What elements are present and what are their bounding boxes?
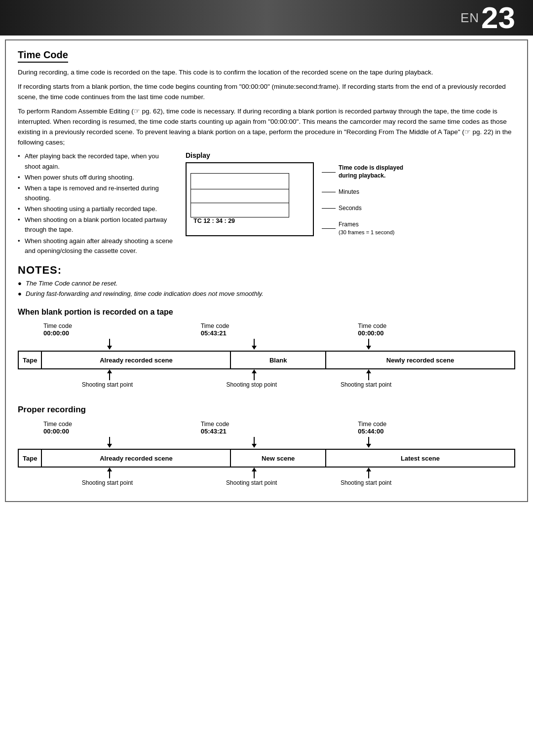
list-item: When shooting on a blank portion located… [18, 215, 176, 235]
main-content: Time Code During recording, a time code … [5, 39, 528, 502]
display-h-line2 [190, 203, 289, 203]
bullet-column: After playing back the recorded tape, wh… [18, 151, 176, 256]
annot-dash [322, 172, 336, 173]
proper-label-2: Shooting start point [226, 479, 277, 486]
annot-dash [322, 228, 336, 229]
page-number: 23 [481, 2, 515, 33]
bullet-list: After playing back the recorded tape, wh… [18, 151, 176, 255]
proper-arrows-below [18, 468, 515, 479]
blank-diagram-section: When blank portion is recorded on a tape… [18, 308, 515, 391]
para3: To perform Random Assemble Editing (☞ pg… [18, 107, 515, 148]
blank-arrow-up-1 [107, 369, 112, 380]
page-header: EN 23 [0, 0, 533, 36]
proper-tape-segment-2: New scene [231, 450, 326, 467]
annot-dash [322, 192, 336, 192]
arrow-head-up [366, 369, 371, 373]
proper-labels-below: Shooting start point Shooting start poin… [18, 479, 515, 489]
arrow-head [107, 346, 112, 350]
blank-tc-label-1: Time code 00:00:00 [43, 323, 201, 337]
blank-arrow-down-1 [107, 339, 112, 350]
blank-diagram-title: When blank portion is recorded on a tape [18, 308, 515, 317]
blank-arrow-down-2 [252, 339, 257, 350]
blank-labels-below: Shooting start point Shooting stop point… [18, 381, 515, 391]
tc-display-text: TC 12 : 34 : 29 [193, 217, 235, 224]
display-wrapper: TC 12 : 34 : 29 Time code is displayed d… [186, 162, 515, 236]
list-item: When shooting again after already shooti… [18, 236, 176, 256]
arrow-head-up [107, 369, 112, 373]
proper-label-3: Shooting start point [341, 479, 391, 486]
tape-label: Tape [19, 450, 42, 467]
proper-arrow-down-2 [252, 437, 257, 448]
list-item: After playing back the recorded tape, wh… [18, 151, 176, 171]
annot-row-1: Time code is displayed during playback. [322, 164, 403, 180]
blank-arrows-below [18, 369, 515, 381]
blank-arrow-down-3 [366, 339, 371, 350]
blank-arrow-up-2 [252, 369, 257, 380]
annot-label-4: Frames (30 frames = 1 second) [339, 221, 394, 236]
annot-label-2: Minutes [339, 188, 359, 196]
proper-tc-label-1: Time code 00:00:00 [43, 421, 201, 435]
notes-title: NOTES: [18, 264, 515, 277]
arrow-head [252, 346, 257, 350]
blank-arrows-above [18, 339, 515, 351]
proper-arrow-down-1 [107, 437, 112, 448]
annot-dash [322, 208, 336, 209]
annot-label-3: Seconds [339, 205, 362, 213]
proper-arrows-above [18, 437, 515, 449]
proper-tape-visual: Tape Already recorded scene New scene La… [18, 437, 515, 489]
annot-row-4: Frames (30 frames = 1 second) [322, 221, 403, 236]
proper-tape-bar: Tape Already recorded scene New scene La… [18, 449, 515, 468]
tape-segment-1: Already recorded scene [42, 352, 231, 368]
blank-tc-labels-row: Time code 00:00:00 Time code 05:43:21 Ti… [18, 323, 515, 337]
tape-segment-2: Blank [231, 352, 326, 368]
proper-label-1: Shooting start point [82, 479, 133, 486]
notes-section: NOTES: The Time Code cannot be reset. Du… [18, 264, 515, 299]
proper-tc-label-2: Time code 05:43:21 [201, 421, 358, 435]
proper-diagram-section: Proper recording Time code 00:00:00 Time… [18, 405, 515, 489]
blank-label-1: Shooting start point [82, 381, 133, 388]
display-h-line1 [190, 189, 289, 189]
time-code-title: Time Code [18, 49, 68, 63]
en-label: EN [460, 10, 479, 26]
proper-arrow-up-3 [366, 468, 371, 478]
para1: During recording, a time code is recorde… [18, 68, 515, 78]
proper-diagram-title: Proper recording [18, 405, 515, 415]
proper-tape-segment-3: Latest scene [326, 450, 514, 467]
list-item: When shooting using a partially recorded… [18, 204, 176, 214]
list-item: When a tape is removed and re-inserted d… [18, 183, 176, 203]
annot-row-2: Minutes [322, 188, 403, 196]
blank-tc-label-2: Time code 05:43:21 [201, 323, 358, 337]
arrow-shaft [109, 339, 110, 346]
tape-segment-3: Newly recorded scene [326, 352, 514, 368]
notes-item-1: The Time Code cannot be reset. [18, 279, 515, 289]
annot-row-3: Seconds [322, 205, 403, 213]
annotations-wrapper: Time code is displayed during playback. … [322, 162, 403, 236]
arrow-head [366, 346, 371, 350]
blank-tc-label-3: Time code 00:00:00 [358, 323, 515, 337]
display-diagram-column: Display TC 12 : 34 : 29 [186, 151, 515, 236]
display-screen: TC 12 : 34 : 29 [186, 162, 314, 236]
arrow-shaft [254, 373, 255, 380]
blank-label-2: Shooting stop point [226, 381, 277, 388]
proper-arrow-down-3 [366, 437, 371, 448]
arrow-shaft [368, 339, 369, 346]
annot-label-1: Time code is displayed during playback. [339, 164, 403, 180]
para2: If recording starts from a blank portion… [18, 82, 515, 103]
blank-tape-bar: Tape Already recorded scene Blank Newly … [18, 351, 515, 369]
list-item: When power shuts off during shooting. [18, 173, 176, 182]
display-label: Display [186, 151, 515, 159]
arrow-shaft [109, 373, 110, 380]
proper-arrow-up-2 [252, 468, 257, 478]
arrow-shaft [254, 339, 255, 346]
arrow-head-up [252, 369, 257, 373]
notes-item-2: During fast-forwarding and rewinding, ti… [18, 289, 515, 299]
blank-tape-visual: Tape Already recorded scene Blank Newly … [18, 339, 515, 391]
tape-label: Tape [19, 352, 42, 368]
arrow-shaft [368, 373, 369, 380]
proper-tc-label-3: Time code 05:44:00 [358, 421, 515, 435]
two-col-section: After playing back the recorded tape, wh… [18, 151, 515, 256]
blank-arrow-up-3 [366, 369, 371, 380]
notes-list: The Time Code cannot be reset. During fa… [18, 279, 515, 299]
display-inner-box [190, 173, 289, 217]
proper-tape-segment-1: Already recorded scene [42, 450, 231, 467]
